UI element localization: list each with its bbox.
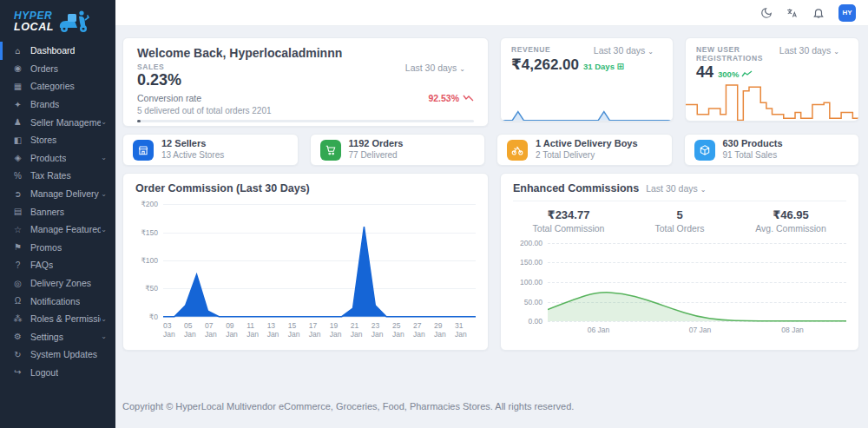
featured-section-icon: ☆ bbox=[12, 225, 23, 234]
stat-title: 630 Products bbox=[723, 138, 783, 150]
sidebar-item-tax-rates[interactable]: % Tax Rates bbox=[0, 167, 115, 185]
sidebar-item-orders[interactable]: ◉ Orders bbox=[0, 60, 115, 78]
sidebar-item-roles-permissions[interactable]: ⁂ Roles & Permissions bbox=[0, 310, 115, 328]
sales-progress-fill bbox=[137, 120, 141, 122]
trend-up-icon bbox=[741, 70, 753, 77]
tax-rates-icon: % bbox=[12, 171, 23, 181]
bike-icon bbox=[507, 140, 528, 161]
settings-icon: ⚙ bbox=[12, 332, 23, 341]
notifications-icon: Ω bbox=[12, 296, 23, 306]
welcome-title: Welcome Back, Hyperlocaladminnn bbox=[137, 46, 474, 60]
delivery-boys-icon: ➲ bbox=[12, 189, 23, 199]
stat-title: 1 Active Delivery Boys bbox=[536, 138, 638, 150]
summary-total-orders: 5Total Orders bbox=[624, 208, 735, 234]
sidebar-item-notifications[interactable]: Ω Notifications bbox=[0, 292, 115, 310]
logo-line1: HYPER bbox=[14, 10, 54, 22]
sidebar-item-seller-management[interactable]: ♟ Seller Management bbox=[0, 113, 115, 131]
chevron-down-icon bbox=[700, 186, 707, 194]
chevron-down-icon bbox=[101, 315, 107, 323]
delivery-zones-icon: ◎ bbox=[12, 279, 23, 288]
main-area: HY Welcome Back, Hyperlocaladminnn SALES… bbox=[115, 0, 868, 428]
sidebar-menu: ⌂ Dashboard◉ Orders▦ Categories✦ Brands♟… bbox=[0, 42, 115, 381]
stat-card-630-products[interactable]: 630 Products 91 Total Sales bbox=[684, 134, 860, 166]
x-axis-labels: 06 Jan07 Jan08 Jan bbox=[548, 326, 846, 336]
app-logo[interactable]: HYPER LOCAL bbox=[0, 0, 115, 42]
dark-mode-icon[interactable] bbox=[760, 7, 773, 19]
period-dropdown[interactable]: Last 30 days bbox=[779, 45, 848, 56]
sidebar-item-faqs[interactable]: ? FAQs bbox=[0, 256, 115, 274]
period-dropdown[interactable]: Last 30 days bbox=[405, 63, 474, 73]
sidebar-item-brands[interactable]: ✦ Brands bbox=[0, 95, 115, 114]
sidebar-item-products[interactable]: ◈ Products bbox=[0, 149, 115, 168]
commission-summary: ₹234.77Total Commission5Total Orders₹46.… bbox=[513, 201, 846, 242]
kpi-row: Welcome Back, Hyperlocaladminnn SALES 0.… bbox=[122, 37, 859, 127]
user-avatar[interactable]: HY bbox=[838, 4, 856, 22]
revenue-sparkline-chart bbox=[501, 91, 673, 121]
stat-subtitle: 13 Active Stores bbox=[161, 150, 224, 161]
stat-subtitle: 2 Total Delivery bbox=[536, 150, 638, 161]
summary-total-commission: ₹234.77Total Commission bbox=[513, 208, 624, 234]
products-icon: ◈ bbox=[12, 153, 23, 162]
promos-icon: ⚑ bbox=[12, 242, 23, 252]
sidebar: HYPER LOCAL ⌂ Dashboard◉ Orders▦ Categor… bbox=[0, 0, 115, 428]
enhanced-commissions-plot bbox=[548, 242, 846, 322]
stat-card-1-active-delivery-boys[interactable]: 1 Active Delivery Boys 2 Total Delivery bbox=[496, 134, 673, 166]
app-window: HYPER LOCAL ⌂ Dashboard◉ Orders▦ Categor… bbox=[0, 0, 868, 428]
enhanced-commissions-title: Enhanced Commissions bbox=[513, 182, 639, 194]
translate-icon[interactable] bbox=[786, 7, 799, 19]
registrations-step-chart bbox=[686, 81, 858, 121]
sidebar-item-stores[interactable]: ◧ Stores bbox=[0, 131, 115, 149]
sidebar-item-manage-featured-section[interactable]: ☆ Manage Featured Section bbox=[0, 221, 115, 239]
sidebar-item-settings[interactable]: ⚙ Settings bbox=[0, 328, 115, 346]
seller-management-icon: ♟ bbox=[12, 117, 23, 127]
stat-card-1192-orders[interactable]: 1192 Orders 77 Delivered bbox=[310, 134, 486, 166]
trend-down-icon bbox=[463, 95, 474, 102]
x-axis-labels: 03 Jan05 Jan07 Jan09 Jan11 Jan13 Jan15 J… bbox=[163, 321, 476, 339]
sales-progress-bar bbox=[137, 120, 474, 122]
stat-card-12-sellers[interactable]: 12 Sellers 13 Active Stores bbox=[122, 134, 299, 166]
sales-value: 0.23% bbox=[137, 71, 181, 89]
orders-icon: ◉ bbox=[12, 63, 23, 73]
registrations-value: 44 bbox=[696, 63, 713, 82]
conversion-rate-value: 92.53% bbox=[428, 93, 474, 103]
dashboard-content: Welcome Back, Hyperlocaladminnn SALES 0.… bbox=[115, 26, 868, 428]
delivered-summary: 5 delivered out of total orders 2201 bbox=[137, 106, 474, 115]
stat-subtitle: 77 Delivered bbox=[349, 150, 404, 161]
sales-label: SALES bbox=[137, 63, 181, 71]
chevron-down-icon bbox=[101, 333, 107, 340]
brands-icon: ✦ bbox=[12, 100, 23, 109]
order-commission-chart bbox=[163, 203, 476, 318]
sidebar-item-delivery-zones[interactable]: ◎ Delivery Zones bbox=[0, 274, 115, 293]
sidebar-item-logout[interactable]: ↪ Logout bbox=[0, 364, 115, 382]
faqs-icon: ? bbox=[12, 260, 23, 270]
sidebar-item-dashboard[interactable]: ⌂ Dashboard bbox=[0, 42, 115, 60]
sidebar-item-banners[interactable]: ▤ Banners bbox=[0, 202, 115, 221]
registrations-card: NEW USER REGISTRATIONS Last 30 days 44 3… bbox=[685, 37, 859, 122]
charts-row: Order Commission (Last 30 Days) ₹200₹150… bbox=[122, 173, 859, 351]
sidebar-item-manage-delivery-boys[interactable]: ➲ Manage Delivery Boys bbox=[0, 185, 115, 203]
revenue-value: ₹4,262.00 bbox=[511, 56, 579, 74]
period-dropdown[interactable]: Last 30 days bbox=[646, 183, 714, 194]
logo-line2: LOCAL bbox=[14, 22, 54, 33]
order-commission-title: Order Commission (Last 30 Days) bbox=[135, 182, 476, 194]
sidebar-item-categories[interactable]: ▦ Categories bbox=[0, 77, 115, 95]
notifications-bell-icon[interactable] bbox=[812, 7, 825, 19]
storefront-icon bbox=[133, 140, 154, 161]
registrations-label: NEW USER REGISTRATIONS bbox=[696, 45, 779, 63]
revenue-label: REVENUE bbox=[511, 45, 550, 54]
sidebar-item-promos[interactable]: ⚑ Promos bbox=[0, 239, 115, 257]
chevron-down-icon bbox=[459, 65, 465, 73]
sidebar-item-system-updates[interactable]: ↻ System Updates bbox=[0, 346, 115, 364]
home-icon: ⌂ bbox=[12, 46, 23, 56]
y-axis-labels: ₹200₹150₹100₹50₹0 bbox=[135, 203, 158, 318]
chevron-down-icon bbox=[101, 226, 107, 234]
system-updates-icon: ↻ bbox=[12, 350, 23, 359]
stat-subtitle: 91 Total Sales bbox=[723, 150, 783, 161]
logout-icon: ↪ bbox=[12, 367, 23, 377]
summary-avg-commission: ₹46.95Avg. Commission bbox=[735, 208, 846, 234]
topbar: HY bbox=[115, 0, 868, 26]
calendar-icon: ⊞ bbox=[617, 62, 624, 71]
enhanced-commissions-card: Enhanced Commissions Last 30 days ₹234.7… bbox=[500, 173, 859, 351]
period-dropdown[interactable]: Last 30 days bbox=[594, 45, 662, 56]
footer-copyright: Copyright © HyperLocal Multivendor eComm… bbox=[122, 401, 859, 412]
